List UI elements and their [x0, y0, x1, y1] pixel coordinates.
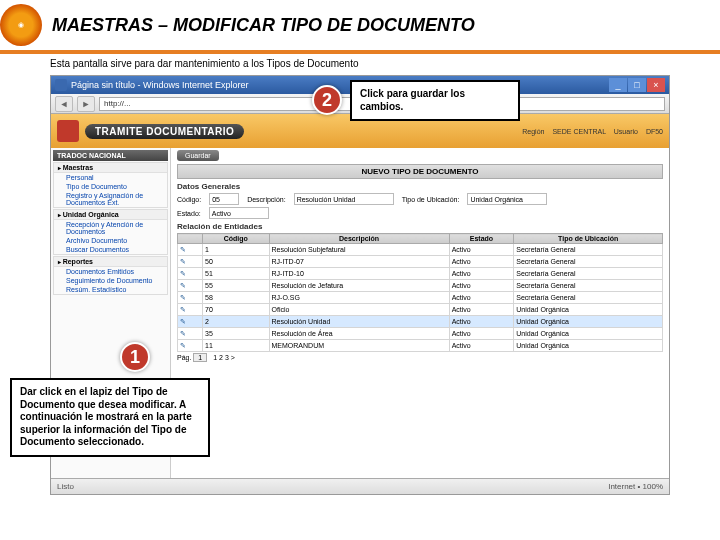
- cell-estado: Activo: [449, 340, 514, 352]
- form-row-codigo: Código 05 Descripción Resolución Unidad …: [177, 193, 663, 205]
- pencil-icon[interactable]: ✎: [180, 246, 186, 253]
- cell-desc: Resolución de Jefatura: [269, 280, 449, 292]
- cell-codigo: 70: [203, 304, 269, 316]
- window-controls: _ □ ×: [609, 78, 665, 92]
- table-row[interactable]: ✎35Resolución de ÁreaActivoUnidad Orgáni…: [178, 328, 663, 340]
- sidebar-group-title[interactable]: Reportes: [54, 257, 167, 267]
- sidebar-item[interactable]: Documentos Emitidos: [54, 267, 167, 276]
- pencil-icon[interactable]: ✎: [180, 318, 186, 325]
- cell-ubi: Unidad Orgánica: [514, 328, 663, 340]
- cell-codigo: 50: [203, 256, 269, 268]
- sidebar-group: ReportesDocumentos EmitidosSeguimiento d…: [53, 256, 168, 295]
- table-row[interactable]: ✎50RJ-ITD-07ActivoSecretaría General: [178, 256, 663, 268]
- callout-number-2: 2: [312, 85, 342, 115]
- pager-links[interactable]: 1 2 3 >: [213, 354, 235, 361]
- cell-estado: Activo: [449, 304, 514, 316]
- cell-desc: Resolución Subjefatural: [269, 244, 449, 256]
- codigo-field[interactable]: 05: [209, 193, 239, 205]
- cell-codigo: 11: [203, 340, 269, 352]
- close-button[interactable]: ×: [647, 78, 665, 92]
- table-row[interactable]: ✎2Resolución UnidadActivoUnidad Orgánica: [178, 316, 663, 328]
- estado-field[interactable]: Activo: [209, 207, 269, 219]
- back-button[interactable]: ◄: [55, 96, 73, 112]
- status-left: Listo: [57, 482, 74, 491]
- cell-codigo: 51: [203, 268, 269, 280]
- sidebar-group-title[interactable]: Maestras: [54, 163, 167, 173]
- callout-box-2: Click para guardar los cambios.: [350, 80, 520, 121]
- pencil-icon[interactable]: ✎: [180, 282, 186, 289]
- sidebar-group: Unidad OrgánicaRecepción y Atención de D…: [53, 209, 168, 255]
- table-row[interactable]: ✎70OficioActivoUnidad Orgánica: [178, 304, 663, 316]
- app-logo-icon: [57, 120, 79, 142]
- form-row-estado: Estado Activo: [177, 207, 663, 219]
- col-ubi: Tipo de Ubicación: [514, 234, 663, 244]
- app-brand: TRAMITE DOCUMENTARIO: [57, 120, 244, 142]
- org-logo: ◉: [0, 4, 42, 46]
- cell-desc: Resolución de Área: [269, 328, 449, 340]
- tipo-field[interactable]: Unidad Orgánica: [467, 193, 547, 205]
- minimize-button[interactable]: _: [609, 78, 627, 92]
- forward-button[interactable]: ►: [77, 96, 95, 112]
- pager-label: Pág.: [177, 354, 191, 361]
- desc-field[interactable]: Resolución Unidad: [294, 193, 394, 205]
- tipo-label: Tipo de Ubicación: [402, 196, 460, 203]
- estado-label: Estado: [177, 210, 201, 217]
- sidebar-item[interactable]: Recepción y Atención de Documentos: [54, 220, 167, 236]
- region-value: SEDE CENTRAL: [552, 128, 605, 135]
- pencil-icon[interactable]: ✎: [180, 342, 186, 349]
- cell-ubi: Secretaría General: [514, 280, 663, 292]
- pencil-icon[interactable]: ✎: [180, 270, 186, 277]
- status-right: Internet • 100%: [608, 482, 663, 491]
- panel-title: NUEVO TIPO DE DOCUMENTO: [177, 164, 663, 179]
- pencil-icon[interactable]: ✎: [180, 330, 186, 337]
- section-relation: Relación de Entidades: [177, 222, 663, 231]
- sidebar-item[interactable]: Registro y Asignación de Documentos Ext.: [54, 191, 167, 207]
- sidebar-item[interactable]: Seguimiento de Documento: [54, 276, 167, 285]
- sidebar-item[interactable]: Archivo Documento: [54, 236, 167, 245]
- cell-desc: Oficio: [269, 304, 449, 316]
- table-row[interactable]: ✎55Resolución de JefaturaActivoSecretarí…: [178, 280, 663, 292]
- pager-select[interactable]: 1: [193, 353, 207, 362]
- save-button[interactable]: Guardar: [177, 150, 219, 161]
- cell-estado: Activo: [449, 268, 514, 280]
- cell-desc: MEMORANDUM: [269, 340, 449, 352]
- desc-label: Descripción: [247, 196, 286, 203]
- section-general: Datos Generales: [177, 182, 663, 191]
- callout-box-1: Dar click en el lapiz del Tipo de Docume…: [10, 378, 210, 457]
- sidebar-header: TRADOC NACIONAL: [53, 150, 168, 161]
- slide-title: MAESTRAS – MODIFICAR TIPO DE DOCUMENTO: [52, 15, 475, 36]
- region-label: Región: [522, 128, 544, 135]
- cell-desc: RJ-ITD-10: [269, 268, 449, 280]
- sidebar-item[interactable]: Resúm. Estadístico: [54, 285, 167, 294]
- pencil-icon[interactable]: ✎: [180, 294, 186, 301]
- maximize-button[interactable]: □: [628, 78, 646, 92]
- cell-desc: RJ-ITD-07: [269, 256, 449, 268]
- cell-desc: Resolución Unidad: [269, 316, 449, 328]
- table-row[interactable]: ✎1Resolución SubjefaturalActivoSecretarí…: [178, 244, 663, 256]
- cell-ubi: Secretaría General: [514, 244, 663, 256]
- table-row[interactable]: ✎58RJ-O.SGActivoSecretaría General: [178, 292, 663, 304]
- entities-table: Código Descripción Estado Tipo de Ubicac…: [177, 233, 663, 352]
- user-value: DF50: [646, 128, 663, 135]
- pencil-icon[interactable]: ✎: [180, 258, 186, 265]
- callout-number-1: 1: [120, 342, 150, 372]
- col-desc: Descripción: [269, 234, 449, 244]
- table-row[interactable]: ✎11MEMORANDUMActivoUnidad Orgánica: [178, 340, 663, 352]
- sidebar-item[interactable]: Buscar Documentos: [54, 245, 167, 254]
- cell-ubi: Unidad Orgánica: [514, 316, 663, 328]
- cell-estado: Activo: [449, 280, 514, 292]
- sidebar-item[interactable]: Tipo de Documento: [54, 182, 167, 191]
- cell-ubi: Unidad Orgánica: [514, 304, 663, 316]
- col-codigo: Código: [203, 234, 269, 244]
- col-estado: Estado: [449, 234, 514, 244]
- cell-estado: Activo: [449, 292, 514, 304]
- cell-ubi: Secretaría General: [514, 256, 663, 268]
- cell-estado: Activo: [449, 256, 514, 268]
- browser-title: Página sin título - Windows Internet Exp…: [71, 80, 609, 90]
- sidebar-item[interactable]: Personal: [54, 173, 167, 182]
- table-row[interactable]: ✎51RJ-ITD-10ActivoSecretaría General: [178, 268, 663, 280]
- app-name: TRAMITE DOCUMENTARIO: [85, 124, 244, 139]
- pencil-icon[interactable]: ✎: [180, 306, 186, 313]
- cell-codigo: 35: [203, 328, 269, 340]
- sidebar-group-title[interactable]: Unidad Orgánica: [54, 210, 167, 220]
